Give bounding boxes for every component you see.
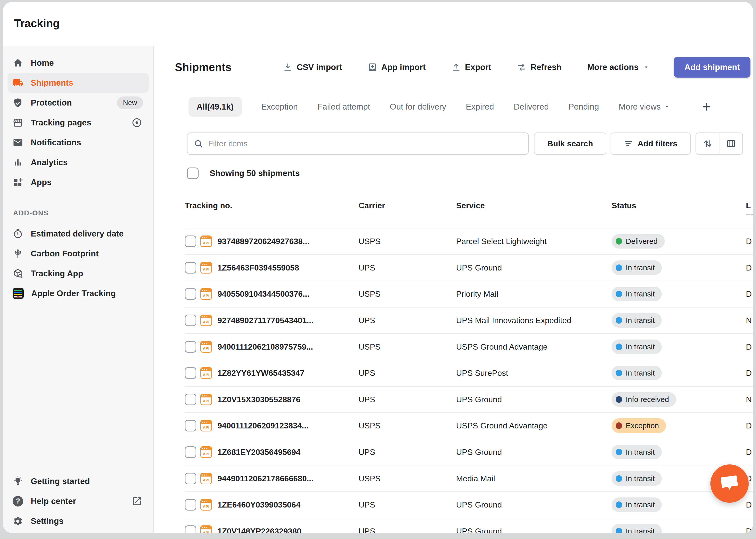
sidebar-item-tracking-pages[interactable]: Tracking pages (8, 113, 149, 132)
sidebar-item-notifications[interactable]: Notifications (8, 132, 149, 152)
header-actions: CSV import App import Export Refresh Mor… (282, 57, 750, 78)
tracking-number[interactable]: 1Z0V15X30305528876 (217, 395, 300, 404)
row-checkbox[interactable] (185, 341, 196, 352)
column-tracking-no[interactable]: Tracking no. (185, 201, 232, 210)
tracking-number[interactable]: 1ZE6460Y0399035064 (217, 500, 300, 509)
row-checkbox[interactable] (185, 236, 196, 247)
sidebar-item-label: Apple Order Tracking (31, 289, 116, 298)
download-icon (283, 62, 293, 72)
tracking-number[interactable]: 94001112062108975759... (217, 342, 313, 351)
search-icon (194, 139, 203, 148)
tab-more-views[interactable]: More views (619, 102, 670, 112)
sidebar-item-apple-order-tracking[interactable]: Apple Order Tracking (8, 283, 149, 303)
eye-preview-icon[interactable] (131, 117, 142, 128)
table-row[interactable]: API 1ZE6460Y0399035064 UPS UPS Ground In… (185, 492, 753, 518)
table-row[interactable]: API 1Z681EY20356495694 UPS UPS Ground In… (185, 439, 753, 465)
row-checkbox[interactable] (185, 525, 196, 533)
row-checkbox[interactable] (185, 446, 196, 458)
tab-out-for-delivery[interactable]: Out for delivery (390, 102, 446, 112)
table-row[interactable]: API 9405509104344500376... USPS Priority… (185, 280, 753, 307)
column-last-checkpoint[interactable]: L (746, 201, 753, 215)
add-view-button[interactable] (701, 101, 712, 112)
row-checkbox[interactable] (185, 499, 196, 510)
sidebar-item-apps[interactable]: Apps (8, 172, 149, 192)
service-cell: UPS Ground (456, 500, 502, 509)
carrier-cell: UPS (359, 263, 375, 272)
tab-all[interactable]: All(49.1k) (189, 97, 242, 116)
sort-button[interactable] (696, 133, 719, 154)
add-shipment-button[interactable]: Add shipment (674, 57, 750, 78)
api-icon-label: API (201, 477, 211, 484)
sidebar-item-help-center[interactable]: Help center (8, 491, 149, 511)
row-checkbox[interactable] (185, 315, 196, 326)
status-label: Delivered (626, 237, 658, 246)
sidebar-item-tracking-app[interactable]: Tracking App (8, 264, 149, 283)
app-import-button[interactable]: App import (366, 62, 427, 72)
service-cell: UPS SurePost (456, 368, 508, 378)
column-carrier[interactable]: Carrier (359, 201, 385, 210)
select-all-checkbox[interactable] (187, 168, 199, 179)
table-row[interactable]: API 9374889720624927638... USPS Parcel S… (185, 228, 753, 254)
more-actions-button[interactable]: More actions (586, 62, 651, 72)
table-tools (696, 132, 743, 155)
add-filters-button[interactable]: Add filters (611, 132, 691, 155)
api-icon-dots (201, 315, 211, 318)
tab-pending[interactable]: Pending (568, 102, 599, 112)
row-checkbox[interactable] (185, 394, 196, 405)
service-cell: Priority Mail (456, 289, 498, 299)
gear-icon (13, 516, 23, 526)
table-row[interactable]: API 9400111206209123834... USPS USPS Gro… (185, 412, 753, 439)
cube-search-icon (13, 268, 23, 279)
tab-delivered[interactable]: Delivered (514, 102, 548, 112)
row-checkbox[interactable] (185, 288, 196, 300)
status-label: In transit (626, 264, 655, 272)
sidebar-item-carbon-footprint[interactable]: Carbon Footprint (8, 244, 149, 264)
app-import-label: App import (381, 62, 426, 72)
table-row[interactable]: API 94490112062178666680... USPS Media M… (185, 465, 753, 492)
table-row[interactable]: API 1Z56463F0394559058 UPS UPS Ground In… (185, 254, 753, 281)
status-dot-icon (616, 396, 622, 403)
table-row[interactable]: API 94001112062108975759... USPS USPS Gr… (185, 333, 753, 360)
export-button[interactable]: Export (450, 62, 493, 72)
csv-import-label: CSV import (296, 62, 342, 72)
row-checkbox[interactable] (185, 262, 196, 273)
refresh-button[interactable]: Refresh (516, 62, 563, 72)
table-row[interactable]: API 1Z0V148YP226329380 UPS UPS Ground In… (185, 518, 753, 533)
tracking-number[interactable]: 92748902711770543401... (217, 316, 313, 325)
sidebar-item-protection[interactable]: Protection New (8, 93, 149, 113)
tracking-number[interactable]: 1Z56463F0394559058 (217, 263, 299, 272)
sidebar-item-estimated-delivery-date[interactable]: Estimated delivery date (8, 224, 149, 244)
table-row[interactable]: API 1Z82YY61YW65435347 UPS UPS SurePost … (185, 360, 753, 386)
status-dot-icon (616, 238, 622, 245)
tab-exception[interactable]: Exception (261, 102, 298, 112)
table-row[interactable]: API 1Z0V15X30305528876 UPS UPS Ground In… (185, 386, 753, 413)
columns-button[interactable] (719, 133, 742, 154)
tab-expired[interactable]: Expired (466, 102, 494, 112)
column-status[interactable]: Status (612, 201, 636, 210)
sidebar-item-home[interactable]: Home (8, 53, 149, 73)
tracking-number[interactable]: 1Z82YY61YW65435347 (217, 368, 304, 378)
column-service[interactable]: Service (456, 201, 485, 210)
sidebar-item-settings[interactable]: Settings (8, 511, 149, 531)
chat-widget-button[interactable] (711, 464, 749, 503)
tracking-number[interactable]: 9405509104344500376... (217, 289, 309, 299)
tracking-number[interactable]: 1Z681EY20356495694 (217, 448, 300, 457)
tracking-number[interactable]: 1Z0V148YP226329380 (217, 526, 301, 533)
sidebar-item-analytics[interactable]: Analytics (8, 152, 149, 172)
table-row[interactable]: API 92748902711770543401... UPS UPS Mail… (185, 307, 753, 334)
sidebar-item-getting-started[interactable]: Getting started (8, 471, 149, 491)
csv-import-button[interactable]: CSV import (282, 62, 344, 72)
tracking-number[interactable]: 94490112062178666680... (217, 474, 313, 483)
api-icon-dots (201, 500, 211, 503)
filter-items-input[interactable] (208, 139, 522, 149)
row-checkbox[interactable] (185, 367, 196, 379)
api-icon-label: API (201, 529, 211, 533)
tracking-number[interactable]: 9374889720624927638... (217, 237, 309, 246)
apps-grid-icon (13, 177, 23, 188)
row-checkbox[interactable] (185, 473, 196, 484)
tab-failed-attempt[interactable]: Failed attempt (317, 102, 370, 112)
bulk-search-button[interactable]: Bulk search (534, 132, 606, 155)
row-checkbox[interactable] (185, 420, 196, 431)
sidebar-item-shipments[interactable]: Shipments (8, 73, 149, 93)
tracking-number[interactable]: 9400111206209123834... (217, 421, 308, 430)
